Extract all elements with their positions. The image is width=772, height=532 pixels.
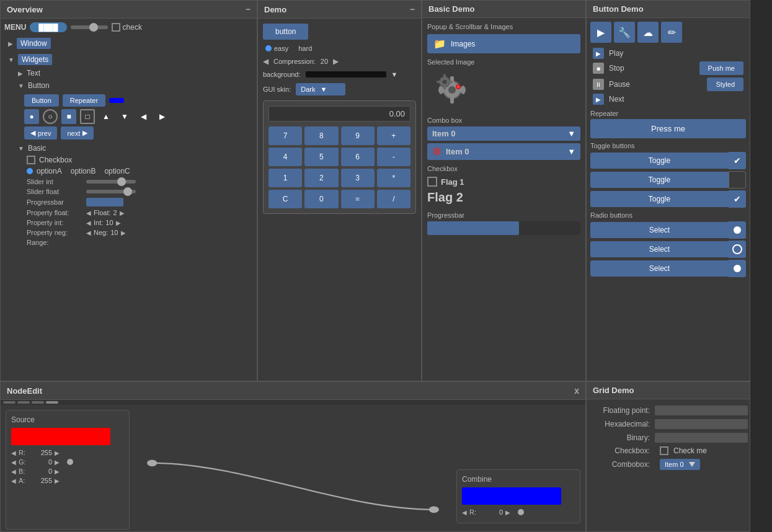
calc-equals[interactable]: = [341, 190, 375, 208]
grid-checkbox[interactable] [660, 446, 668, 455]
menu-checkbox[interactable] [112, 23, 120, 32]
radio-circle-1[interactable] [729, 241, 746, 258]
toolbar-edit-btn[interactable]: ✏ [661, 22, 682, 43]
push-me-button[interactable]: Push me [699, 61, 743, 75]
radio-dot-a[interactable] [27, 168, 33, 174]
ch-b-inc[interactable]: ▶ [55, 468, 60, 475]
radio-circle-2[interactable] [729, 260, 746, 277]
grid-float-input[interactable] [655, 406, 748, 415]
combine-r-dec[interactable]: ◀ [462, 509, 467, 516]
icon-btn-circle-fill[interactable]: ● [24, 109, 39, 124]
button-label[interactable]: Button [28, 81, 50, 90]
toggle-check-0[interactable]: ✔ [729, 152, 746, 169]
compression-inc[interactable]: ▶ [333, 57, 339, 66]
ch-b-dec[interactable]: ◀ [11, 468, 16, 475]
radio-easy[interactable]: easy [265, 45, 288, 52]
window-label[interactable]: Window [17, 38, 51, 49]
calc-1[interactable]: 1 [268, 169, 302, 187]
overview-close[interactable]: − [246, 4, 251, 14]
calc-5[interactable]: 5 [304, 148, 338, 166]
ch-g-dec[interactable]: ◀ [11, 459, 16, 466]
calc-7[interactable]: 7 [268, 126, 302, 145]
combo-item-1[interactable]: ⚙ Item 0 ▼ [427, 143, 580, 160]
toggle-btn-0[interactable]: Toggle [590, 153, 729, 169]
menu-checkbox-wrap[interactable]: check [112, 23, 142, 32]
prop-float-dec[interactable]: ◀ [86, 210, 91, 216]
calc-0[interactable]: 0 [304, 190, 338, 208]
calc-divide[interactable]: / [377, 190, 410, 208]
calc-c[interactable]: C [268, 190, 302, 208]
combine-r-inc[interactable]: ▶ [505, 509, 510, 516]
press-me-button[interactable]: Press me [590, 119, 746, 138]
icon-btn-square-outline[interactable]: □ [80, 109, 95, 124]
icon-btn-triangle-left[interactable]: ◀ [136, 109, 151, 124]
widgets-label[interactable]: Widgets [18, 54, 52, 65]
tree-widgets[interactable]: ▼ Widgets [4, 52, 253, 67]
grid-hex-input[interactable] [655, 419, 748, 429]
slider-int[interactable] [86, 180, 136, 184]
basic-checkbox[interactable] [27, 156, 35, 164]
ch-g-inc[interactable]: ▶ [55, 459, 60, 466]
nodeedit-close[interactable]: x [574, 386, 579, 396]
btn-button[interactable]: Button [24, 94, 59, 107]
icon-btn-triangle-up[interactable]: ▲ [99, 109, 113, 124]
calc-6[interactable]: 6 [341, 148, 375, 166]
radio-select-btn-2[interactable]: Select [590, 260, 729, 277]
calc-multiply[interactable]: * [377, 169, 410, 187]
calc-2[interactable]: 2 [304, 169, 338, 187]
toolbar-play-btn[interactable]: ▶ [590, 22, 611, 43]
ch-a-dec[interactable]: ◀ [11, 477, 16, 484]
menu-pill[interactable]: ████ [30, 22, 66, 32]
styled-button[interactable]: Styled [707, 78, 743, 91]
btn-blue[interactable] [109, 98, 124, 103]
radio-select-btn-0[interactable]: Select [590, 222, 729, 238]
flag-1-checkbox[interactable] [427, 177, 437, 187]
toggle-check-1[interactable] [729, 171, 746, 188]
icon-btn-square-fill[interactable]: ■ [61, 109, 76, 124]
menu-slider[interactable] [71, 25, 108, 29]
grid-binary-input[interactable] [655, 433, 748, 443]
prop-int-inc[interactable]: ▶ [116, 219, 121, 226]
text-label[interactable]: Text [27, 69, 40, 78]
toggle-btn-1[interactable]: Toggle [590, 172, 729, 188]
toggle-check-2[interactable]: ✔ [729, 190, 746, 208]
tree-text[interactable]: ▶ Text [14, 67, 253, 79]
toolbar-cloud-btn[interactable]: ☁ [637, 22, 659, 43]
btn-repeater[interactable]: Repeater [63, 94, 105, 107]
compression-dec[interactable]: ◀ [263, 57, 268, 66]
ch-a-inc[interactable]: ▶ [55, 477, 60, 484]
calc-plus[interactable]: + [377, 126, 410, 145]
calc-4[interactable]: 4 [268, 148, 302, 166]
grid-combo-dropdown[interactable]: Item 0 [660, 459, 700, 470]
tree-basic[interactable]: ▼ Basic [14, 142, 253, 154]
icon-btn-circle-outline[interactable]: ○ [43, 109, 58, 124]
icon-btn-triangle-right[interactable]: ▶ [154, 109, 169, 124]
ch-r-inc[interactable]: ▶ [55, 450, 60, 456]
prop-neg-inc[interactable]: ▶ [121, 229, 126, 236]
ch-r-dec[interactable]: ◀ [11, 450, 16, 456]
calc-3[interactable]: 3 [341, 169, 375, 187]
radio-hard[interactable]: hard [298, 45, 312, 52]
tree-window[interactable]: ▶ Window [4, 36, 253, 51]
calc-minus[interactable]: - [377, 148, 410, 166]
slider-float[interactable] [86, 190, 136, 193]
toolbar-tools-btn[interactable]: 🔧 [614, 22, 635, 43]
basic-label[interactable]: Basic [28, 144, 46, 153]
images-button[interactable]: 📁 Images [427, 34, 580, 53]
toggle-btn-2[interactable]: Toggle [590, 191, 729, 207]
demo-button[interactable]: button [263, 24, 308, 40]
calc-8[interactable]: 8 [304, 126, 338, 145]
gui-skin-dropdown[interactable]: Dark ▼ [296, 83, 345, 95]
radio-select-btn-1[interactable]: Select [590, 241, 729, 257]
tree-button[interactable]: ▼ Button [14, 79, 253, 92]
prop-int-dec[interactable]: ◀ [86, 219, 91, 226]
btn-next[interactable]: next ▶ [61, 126, 94, 140]
demo-close[interactable]: − [410, 4, 415, 14]
icon-btn-triangle-down[interactable]: ▼ [117, 109, 132, 124]
combo-item-0[interactable]: Item 0 ▼ [427, 126, 580, 141]
prop-neg-dec[interactable]: ◀ [86, 229, 91, 236]
calc-9[interactable]: 9 [341, 126, 375, 145]
prop-float-inc[interactable]: ▶ [120, 210, 125, 216]
btn-prev[interactable]: ◀ prev [24, 126, 57, 140]
background-slider[interactable] [306, 71, 386, 78]
